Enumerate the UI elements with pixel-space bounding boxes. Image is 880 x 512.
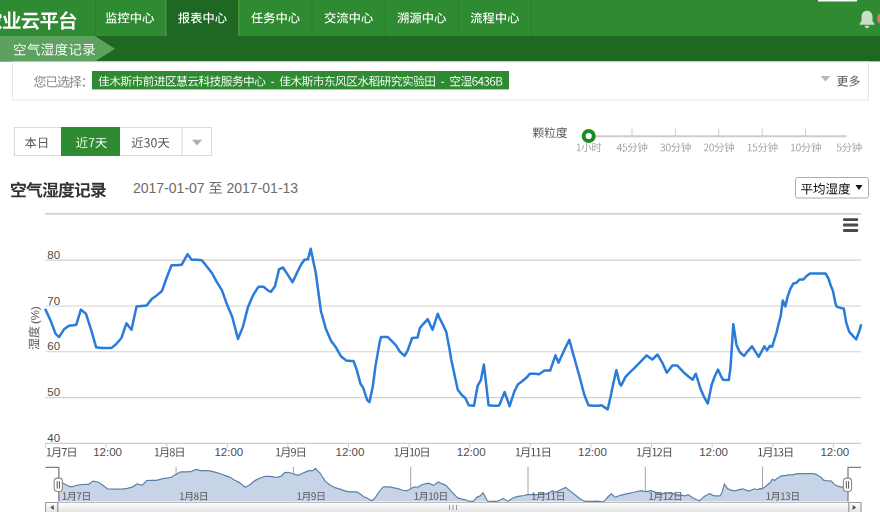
svg-text:40: 40 bbox=[47, 432, 60, 444]
svg-text:12:00: 12:00 bbox=[336, 446, 365, 458]
svg-text:12:00: 12:00 bbox=[457, 446, 486, 458]
svg-text:80: 80 bbox=[47, 249, 60, 261]
svg-text:12:00: 12:00 bbox=[820, 446, 849, 458]
svg-text:(%): (%) bbox=[29, 306, 41, 324]
svg-text:2017-01-13: 2017-01-13 bbox=[227, 180, 299, 196]
svg-text:12:00: 12:00 bbox=[699, 446, 728, 458]
svg-text:70: 70 bbox=[47, 295, 60, 307]
svg-text:60: 60 bbox=[47, 340, 60, 352]
svg-text:12:00: 12:00 bbox=[214, 446, 243, 458]
svg-text:12:00: 12:00 bbox=[93, 446, 122, 458]
svg-text:50: 50 bbox=[47, 386, 60, 398]
svg-text:12:00: 12:00 bbox=[578, 446, 607, 458]
svg-text:2017-01-07: 2017-01-07 bbox=[133, 180, 205, 196]
